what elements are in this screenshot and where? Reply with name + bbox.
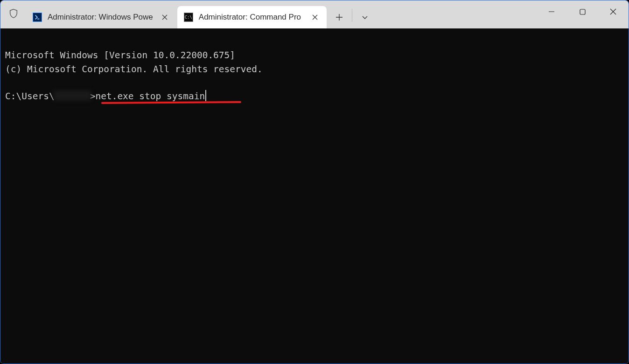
tabs-area: Administrator: Windows Powe C:\ Administ… <box>26 0 377 28</box>
tab-dropdown-button[interactable] <box>353 6 377 28</box>
svg-rect-0 <box>580 9 585 14</box>
maximize-icon <box>580 9 586 15</box>
powershell-icon <box>33 13 42 22</box>
close-icon <box>162 14 168 20</box>
window-controls <box>536 0 629 28</box>
plus-icon <box>335 14 343 21</box>
text-cursor <box>205 90 206 101</box>
prompt-prefix: C:\Users\ <box>5 91 55 102</box>
tab-close-button[interactable] <box>309 11 321 23</box>
maximize-button[interactable] <box>567 0 598 23</box>
tab-label: Administrator: Windows Powe <box>48 13 153 22</box>
command-text: net.exe stop sysmain <box>95 91 205 102</box>
tab-cmd[interactable]: C:\ Administrator: Command Pro <box>177 6 327 28</box>
new-tab-button[interactable] <box>328 6 351 28</box>
shield-icon <box>8 8 19 21</box>
tab-close-button[interactable] <box>159 11 171 23</box>
minimize-icon <box>548 8 555 15</box>
terminal-prompt-line: C:\Users\>net.exe stop sysmain <box>5 89 206 103</box>
redacted-username <box>54 90 91 101</box>
terminal-line: (c) Microsoft Corporation. All rights re… <box>5 64 263 75</box>
minimize-button[interactable] <box>536 0 567 23</box>
terminal-line: Microsoft Windows [Version 10.0.22000.67… <box>5 50 235 61</box>
shield-area <box>0 0 26 28</box>
divider <box>352 9 352 22</box>
titlebar: Administrator: Windows Powe C:\ Administ… <box>0 0 629 28</box>
cmd-icon: C:\ <box>184 13 193 22</box>
tab-powershell[interactable]: Administrator: Windows Powe <box>26 6 176 28</box>
close-icon <box>610 8 616 15</box>
close-icon <box>312 14 318 20</box>
tab-label: Administrator: Command Pro <box>199 13 303 22</box>
chevron-down-icon <box>362 14 368 21</box>
annotation-underline <box>101 101 241 104</box>
close-window-button[interactable] <box>598 0 629 23</box>
terminal-output[interactable]: Microsoft Windows [Version 10.0.22000.67… <box>0 28 629 364</box>
